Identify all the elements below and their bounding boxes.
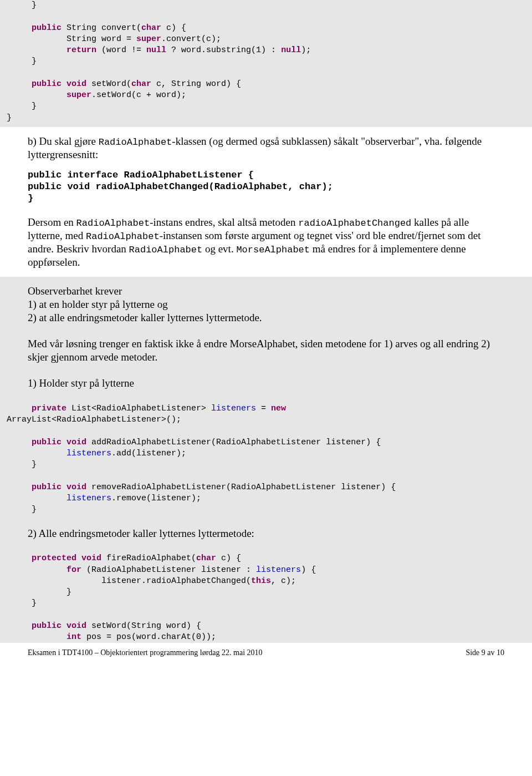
text-line: Observerbarhet krever <box>28 285 499 298</box>
paragraph-b-intro: b) Du skal gjøre RadioAlphabet-klassen (… <box>0 127 532 169</box>
interface-listing: public interface RadioAlphabetListener {… <box>0 169 532 212</box>
page-footer: Eksamen i TDT4100 – Objektorientert prog… <box>0 643 532 657</box>
text-line: Med vår løsning trenger en faktisk ikke … <box>28 337 499 364</box>
code-block-2: private List<RadioAlphabetListener> list… <box>0 398 532 519</box>
code-block-3: protected void fireRadioAlphabet(char c)… <box>0 547 532 643</box>
code-line: } <box>7 113 12 123</box>
text-line: 1) at en holder styr på lytterne og <box>28 298 499 311</box>
paragraph-observerbarhet: Observerbarhet krever 1) at en holder st… <box>0 277 532 398</box>
code-line: } <box>7 505 37 514</box>
code-line: } <box>7 587 71 597</box>
code-line: public void removeRadioAlphabetListener(… <box>7 483 396 492</box>
code-line: public interface RadioAlphabetListener { <box>28 169 499 181</box>
code-line: super.setWord(c + word); <box>7 90 186 100</box>
code-line: ArrayList<RadioAlphabetListener>(); <box>7 415 181 424</box>
text-line: 2) at alle endringsmetoder kaller lytter… <box>28 311 499 324</box>
footer-exam-title: Eksamen i TDT4100 – Objektorientert prog… <box>28 648 263 657</box>
code-line: public void setWord(String word) { <box>7 621 201 631</box>
code-line: public void setWord(char c, String word)… <box>7 79 241 89</box>
code-line: public void radioAlphabetChanged(RadioAl… <box>28 181 499 192</box>
code-line: } <box>7 599 37 608</box>
code-line: } <box>7 460 37 469</box>
code-line: private List<RadioAlphabetListener> list… <box>7 404 286 413</box>
code-line: public void addRadioAlphabetListener(Rad… <box>7 438 381 447</box>
code-block-1: } public String convert(char c) { String… <box>0 0 532 127</box>
code-line: public String convert(char c) { <box>7 23 186 33</box>
code-line: listeners.add(listener); <box>7 449 186 458</box>
code-line: protected void fireRadioAlphabet(char c)… <box>7 554 241 563</box>
code-line: for (RadioAlphabetListener listener : li… <box>7 565 316 575</box>
code-line: int pos = pos(word.charAt(0)); <box>7 632 216 642</box>
code-line: } <box>7 57 37 66</box>
code-line: } <box>7 1 37 10</box>
text-line: 1) Holder styr på lytterne <box>28 377 499 390</box>
code-line: } <box>7 102 37 111</box>
code-line: } <box>28 192 499 204</box>
code-line: listener.radioAlphabetChanged(this, c); <box>7 576 296 586</box>
footer-page-number: Side 9 av 10 <box>466 648 504 657</box>
paragraph-instructions: Dersom en RadioAlphabet-instans endres, … <box>0 212 532 277</box>
paragraph-endringsmetoder: 2) Alle endringsmetoder kaller lytternes… <box>0 519 532 548</box>
code-line: return (word != null ? word.substring(1)… <box>7 45 311 55</box>
code-line: listeners.remove(listener); <box>7 494 201 503</box>
code-line: String word = super.convert(c); <box>7 34 221 44</box>
